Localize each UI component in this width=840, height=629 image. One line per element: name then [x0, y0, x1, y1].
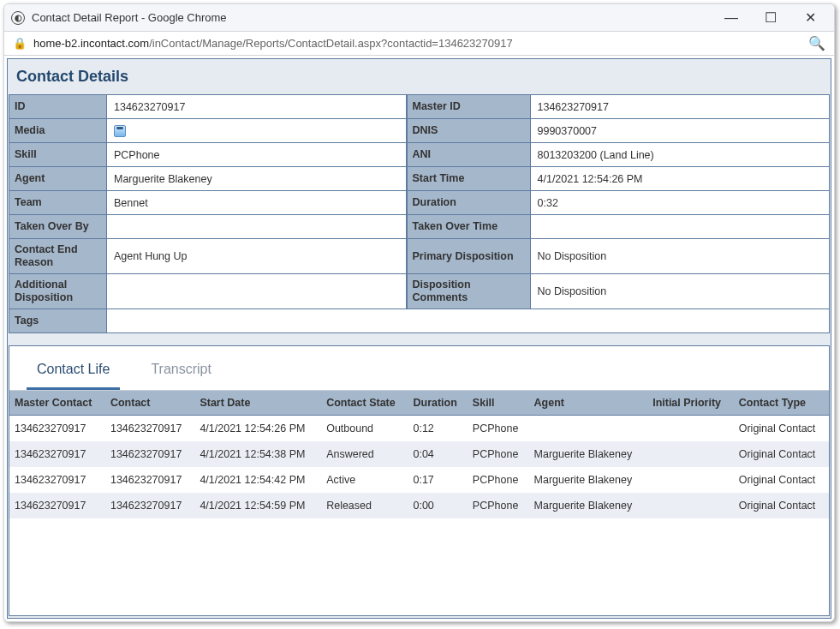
- maximize-button[interactable]: ☐: [762, 9, 779, 26]
- col-contact-state[interactable]: Contact State: [321, 391, 408, 416]
- cell-skill: PCPhone: [468, 416, 529, 442]
- close-button[interactable]: ✕: [801, 9, 819, 26]
- value-id: 134623270917: [107, 95, 407, 119]
- col-master-contact[interactable]: Master Contact: [9, 391, 105, 416]
- contact-life-table: Master Contact Contact Start Date Contac…: [9, 391, 829, 518]
- cell-prio: [647, 416, 734, 442]
- window-title: Contact Detail Report - Google Chrome: [32, 11, 723, 24]
- col-agent[interactable]: Agent: [529, 391, 648, 416]
- cell-skill: PCPhone: [468, 493, 529, 518]
- tab-transcript[interactable]: Transcript: [140, 353, 222, 390]
- cell-contact: 134623270917: [105, 493, 194, 518]
- label-contact-end-reason: Contact End Reason: [9, 239, 107, 274]
- value-start-time: 4/1/2021 12:54:26 PM: [531, 167, 831, 191]
- label-taken-over-time: Taken Over Time: [407, 215, 531, 239]
- window-controls: — ☐ ✕: [723, 9, 819, 26]
- chrome-window: ◐ Contact Detail Report - Google Chrome …: [3, 3, 835, 622]
- cell-start: 4/1/2021 12:54:38 PM: [194, 441, 321, 467]
- table-row[interactable]: 1346232709171346232709174/1/2021 12:54:5…: [9, 493, 829, 518]
- label-additional-disposition: Additional Disposition: [9, 274, 107, 309]
- window-titlebar: ◐ Contact Detail Report - Google Chrome …: [4, 4, 834, 32]
- label-ani: ANI: [407, 143, 531, 167]
- col-skill[interactable]: Skill: [468, 391, 529, 416]
- label-master-id: Master ID: [407, 95, 531, 119]
- cell-agent: Marguerite Blakeney: [529, 467, 648, 493]
- label-tags: Tags: [9, 309, 107, 333]
- label-skill: Skill: [9, 143, 107, 167]
- cell-dur: 0:17: [408, 467, 467, 493]
- zoom-icon[interactable]: 🔍: [808, 35, 825, 51]
- value-disposition-comments: No Disposition: [531, 274, 831, 309]
- cell-start: 4/1/2021 12:54:26 PM: [194, 416, 321, 442]
- cell-type: Original Contact: [734, 493, 829, 518]
- cell-dur: 0:04: [408, 441, 467, 467]
- cell-state: Active: [321, 467, 408, 493]
- tabstrip: Contact Life Transcript: [9, 346, 829, 391]
- label-media: Media: [9, 119, 107, 143]
- cell-master: 134623270917: [9, 467, 105, 493]
- cell-state: Outbound: [321, 416, 408, 442]
- phone-icon: [114, 125, 126, 137]
- value-master-id: 134623270917: [531, 95, 831, 119]
- label-taken-over-by: Taken Over By: [9, 215, 107, 239]
- col-duration[interactable]: Duration: [408, 391, 467, 416]
- label-team: Team: [9, 191, 107, 215]
- value-contact-end-reason: Agent Hung Up: [107, 239, 407, 274]
- tabs-pane: Contact Life Transcript Master Contact C…: [9, 345, 830, 616]
- cell-type: Original Contact: [734, 416, 829, 442]
- value-team: Bennet: [107, 191, 407, 215]
- table-row[interactable]: 1346232709171346232709174/1/2021 12:54:3…: [9, 441, 829, 467]
- url-path: /inContact/Manage/Reports/ContactDetail.…: [149, 37, 513, 50]
- col-start-date[interactable]: Start Date: [194, 391, 321, 416]
- cell-skill: PCPhone: [468, 467, 529, 493]
- value-taken-over-by: [107, 215, 407, 239]
- cell-start: 4/1/2021 12:54:42 PM: [194, 467, 321, 493]
- col-initial-priority[interactable]: Initial Priority: [647, 391, 734, 416]
- cell-prio: [647, 441, 734, 467]
- lock-icon: 🔒: [13, 37, 27, 50]
- details-grid: ID 134623270917 Master ID 134623270917 M…: [9, 94, 830, 333]
- table-row[interactable]: 1346232709171346232709174/1/2021 12:54:2…: [9, 416, 829, 442]
- cell-contact: 134623270917: [105, 467, 194, 493]
- value-tags: [107, 309, 830, 333]
- table-row[interactable]: 1346232709171346232709174/1/2021 12:54:4…: [9, 467, 829, 493]
- url-text: home-b2.incontact.com/inContact/Manage/R…: [33, 37, 808, 50]
- label-duration: Duration: [407, 191, 531, 215]
- cell-prio: [647, 493, 734, 518]
- cell-prio: [647, 467, 734, 493]
- value-media: [107, 119, 407, 143]
- cell-contact: 134623270917: [105, 441, 194, 467]
- page-title: Contact Details: [8, 59, 831, 94]
- cell-master: 134623270917: [9, 493, 105, 518]
- cell-agent: Marguerite Blakeney: [529, 493, 648, 518]
- cell-dur: 0:00: [408, 493, 467, 518]
- cell-state: Released: [321, 493, 408, 518]
- url-host: home-b2.incontact.com: [33, 37, 149, 50]
- report-panel: Contact Details ID 134623270917 Master I…: [7, 58, 831, 619]
- cell-type: Original Contact: [734, 467, 829, 493]
- cell-start: 4/1/2021 12:54:59 PM: [194, 493, 321, 518]
- value-taken-over-time: [531, 215, 831, 239]
- label-disposition-comments: Disposition Comments: [407, 274, 531, 309]
- tab-contact-life[interactable]: Contact Life: [27, 353, 120, 390]
- cell-contact: 134623270917: [105, 416, 194, 442]
- minimize-button[interactable]: —: [723, 10, 740, 26]
- cell-agent: [529, 416, 648, 442]
- value-additional-disposition: [107, 274, 407, 309]
- cell-dur: 0:12: [408, 416, 467, 442]
- label-start-time: Start Time: [407, 167, 531, 191]
- favicon-icon: ◐: [11, 11, 25, 25]
- value-dnis: 9990370007: [531, 119, 831, 143]
- value-ani: 8013203200 (Land Line): [531, 143, 831, 167]
- label-id: ID: [9, 95, 107, 119]
- cell-master: 134623270917: [9, 416, 105, 442]
- address-bar[interactable]: 🔒 home-b2.incontact.com/inContact/Manage…: [4, 32, 834, 56]
- cell-state: Answered: [321, 441, 408, 467]
- col-contact[interactable]: Contact: [105, 391, 194, 416]
- value-skill: PCPhone: [107, 143, 407, 167]
- col-contact-type[interactable]: Contact Type: [734, 391, 829, 416]
- value-primary-disposition: No Disposition: [531, 239, 831, 274]
- value-agent: Marguerite Blakeney: [107, 167, 407, 191]
- label-primary-disposition: Primary Disposition: [407, 239, 531, 274]
- cell-master: 134623270917: [9, 441, 105, 467]
